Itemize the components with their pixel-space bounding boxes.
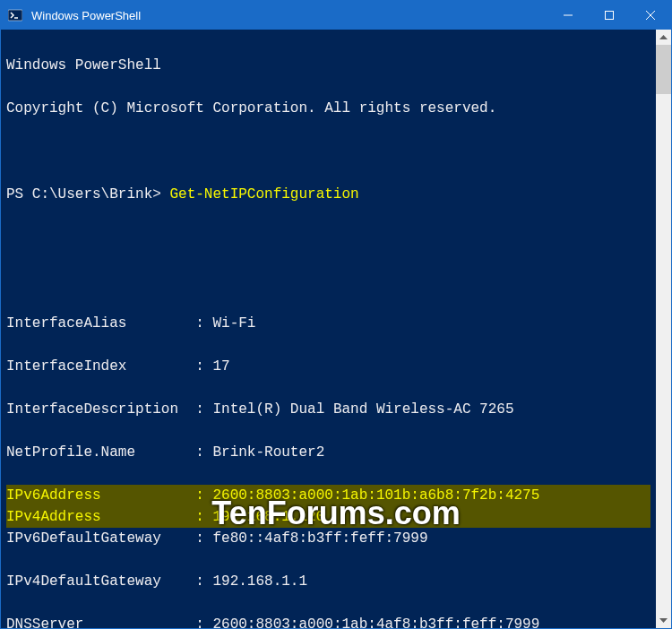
window-title: Windows PowerShell [30,9,547,22]
minimize-button[interactable] [547,1,589,30]
vertical-scrollbar[interactable] [656,30,671,628]
prompt-line: PS C:\Users\Brink> Get-NetIPConfiguratio… [6,184,650,205]
output-row: NetProfile.Name : Brink-Router2 [6,442,650,463]
highlighted-row-ipv4: IPv4Address : 192.168.1.120 [6,506,650,528]
scroll-thumb[interactable] [656,45,671,94]
svg-rect-0 [8,10,22,21]
blank-line [6,270,650,291]
output-row: InterfaceAlias : Wi-Fi [6,313,650,334]
scroll-down-button[interactable] [656,613,671,628]
output-row: IPv4DefaultGateway : 192.168.1.1 [6,571,650,592]
prompt-prefix: PS C:\Users\Brink> [6,186,169,202]
blank-line [6,141,650,162]
output-row: InterfaceDescription : Intel(R) Dual Ban… [6,399,650,420]
maximize-button[interactable] [589,1,630,30]
client-area: Windows PowerShell Copyright (C) Microso… [1,30,671,628]
scroll-track[interactable] [656,45,671,613]
header-line: Windows PowerShell [6,55,650,76]
output-row: DNSServer : 2600:8803:a000:1ab:4af8:b3ff… [6,614,650,628]
terminal-output[interactable]: Windows PowerShell Copyright (C) Microso… [1,30,656,628]
window-controls [547,1,671,30]
blank-line [6,227,650,248]
powershell-window: Windows PowerShell Windows PowerShell Co… [0,0,672,629]
titlebar[interactable]: Windows PowerShell [1,1,671,30]
copyright-line: Copyright (C) Microsoft Corporation. All… [6,98,650,119]
scroll-up-button[interactable] [656,30,671,45]
highlighted-row-ipv6: IPv6Address : 2600:8803:a000:1ab:101b:a6… [6,485,650,506]
powershell-icon [8,8,22,22]
output-row: IPv6DefaultGateway : fe80::4af8:b3ff:fef… [6,528,650,549]
command-text: Get-NetIPConfiguration [169,186,358,202]
svg-rect-3 [606,12,614,20]
output-row: InterfaceIndex : 17 [6,356,650,377]
close-button[interactable] [630,1,671,30]
